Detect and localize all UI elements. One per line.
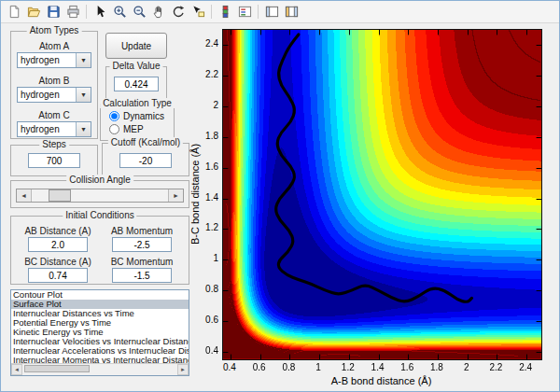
plot-list-item[interactable]: Internuclear Accelerations vs Internucle…: [11, 346, 189, 356]
x-tick-label: 1.6: [394, 362, 420, 372]
atom-a-label: Atom A: [11, 41, 97, 51]
ab-distance-input[interactable]: [28, 237, 88, 252]
collision-angle-title: Collision Angle: [66, 175, 133, 185]
show-plot-tools-icon: [285, 5, 299, 19]
x-tick-label: 2.2: [483, 362, 509, 372]
scroll-right-arrow-icon[interactable]: ►: [177, 364, 189, 375]
plot-list-item[interactable]: Contour Plot: [11, 290, 189, 300]
ab-distance-label: AB Distance (A): [19, 226, 97, 236]
plot-list-item[interactable]: Internuclear Velocities vs Internuclear …: [11, 337, 189, 346]
x-tick-label: 1.8: [424, 362, 450, 372]
bc-momentum-input[interactable]: [112, 268, 172, 283]
atom-c-value: hydrogen: [18, 122, 76, 136]
pan-button[interactable]: [149, 3, 168, 21]
ab-momentum-label: AB Momentum: [103, 226, 181, 236]
scrollbar-track[interactable]: [22, 364, 177, 375]
dynamics-radio[interactable]: [109, 111, 119, 121]
plot-type-listbox[interactable]: Contour PlotSurface PlotInternuclear Dis…: [10, 289, 189, 376]
bc-distance-input[interactable]: [28, 268, 88, 283]
y-tick-label: 1.2: [200, 222, 218, 232]
pointer-button[interactable]: [91, 3, 109, 21]
scroll-left-arrow-icon[interactable]: ◄: [11, 364, 22, 375]
chevron-down-icon[interactable]: ▼: [76, 53, 91, 67]
slider-right-arrow-icon[interactable]: ►: [168, 189, 183, 202]
plot-list-item[interactable]: Internuclear Distances vs Time: [11, 309, 189, 318]
mep-radio-label: MEP: [123, 124, 144, 134]
plot-list-item[interactable]: Kinetic Energy vs Time: [11, 328, 189, 337]
mep-radio[interactable]: [109, 124, 119, 134]
rotate-3d-icon: [172, 5, 186, 19]
insert-colorbar-button[interactable]: [216, 3, 234, 21]
x-axis-label: A-B bond distance (Å): [222, 375, 540, 386]
y-tick-label: 0.4: [200, 345, 218, 356]
show-plot-tools-button[interactable]: [282, 3, 301, 21]
zoom-in-icon: [113, 5, 127, 19]
collision-angle-panel: Collision Angle ◄ ►: [10, 180, 189, 208]
toolbar-separator: [258, 5, 259, 19]
contour-plot-canvas[interactable]: [223, 30, 541, 359]
scrollbar-thumb[interactable]: [24, 365, 90, 372]
x-tick-label: 2: [454, 362, 480, 372]
toolbar-separator: [86, 5, 87, 19]
plot-list-item[interactable]: Potential Energy vs Time: [11, 318, 189, 328]
toolbar-separator: [211, 5, 212, 19]
hide-plot-tools-button[interactable]: [262, 3, 281, 21]
toolbar: [1, 1, 559, 23]
data-cursor-button[interactable]: [189, 3, 207, 21]
atom-a-select[interactable]: hydrogen ▼: [17, 52, 91, 68]
delta-value-input[interactable]: [114, 77, 159, 91]
atom-c-label: Atom C: [11, 110, 97, 120]
dynamics-radio-option[interactable]: Dynamics: [109, 111, 174, 121]
steps-input[interactable]: [28, 153, 80, 168]
insert-legend-icon: [238, 5, 252, 19]
x-tick-label: 1.4: [365, 362, 391, 372]
slider-left-arrow-icon[interactable]: ◄: [17, 189, 32, 202]
y-tick-label: 0.6: [200, 315, 218, 325]
atom-b-value: hydrogen: [18, 88, 76, 102]
bc-momentum-label: BC Momentum: [103, 257, 181, 267]
hide-plot-tools-icon: [265, 5, 279, 19]
zoom-out-icon: [133, 5, 147, 19]
atom-b-select[interactable]: hydrogen ▼: [17, 87, 91, 103]
dynamics-radio-label: Dynamics: [123, 111, 164, 121]
calculation-type-panel: Calculation Type Dynamics MEP: [100, 104, 175, 141]
y-tick-label: 1.4: [200, 192, 218, 203]
print-figure-button[interactable]: [63, 3, 82, 21]
collision-angle-slider[interactable]: ◄ ►: [16, 189, 184, 203]
insert-legend-button[interactable]: [235, 3, 254, 21]
x-tick-label: 0.4: [217, 362, 243, 372]
pointer-icon: [93, 5, 107, 19]
atom-types-panel: Atom Types Atom A hydrogen ▼ Atom B hydr…: [10, 31, 98, 139]
update-button[interactable]: Update: [105, 33, 167, 59]
slider-thumb[interactable]: [49, 189, 71, 202]
rotate-3d-button[interactable]: [169, 3, 188, 21]
delta-value-panel: Delta Value: [105, 66, 167, 100]
open-file-icon: [27, 5, 41, 19]
initial-conditions-panel: Initial Conditions AB Distance (A) AB Mo…: [10, 216, 189, 285]
cutoff-input[interactable]: [119, 153, 172, 168]
insert-colorbar-icon: [218, 5, 232, 19]
initial-conditions-title: Initial Conditions: [63, 210, 136, 220]
zoom-out-button[interactable]: [130, 3, 148, 21]
x-tick-label: 0.8: [275, 362, 301, 372]
atom-b-label: Atom B: [11, 76, 97, 86]
slider-track[interactable]: [32, 189, 168, 202]
zoom-in-button[interactable]: [110, 3, 129, 21]
print-figure-icon: [66, 5, 80, 19]
contour-plot-axes: [222, 29, 542, 360]
y-tick-label: 0.8: [200, 284, 218, 294]
ab-momentum-input[interactable]: [112, 237, 172, 252]
chevron-down-icon[interactable]: ▼: [76, 122, 91, 136]
y-tick-label: 2.4: [200, 38, 218, 49]
x-tick-label: 1: [305, 362, 331, 372]
open-file-button[interactable]: [24, 3, 43, 21]
save-figure-button[interactable]: [44, 3, 63, 21]
plot-list-item[interactable]: Surface Plot: [11, 300, 189, 309]
atom-c-select[interactable]: hydrogen ▼: [17, 121, 91, 137]
steps-panel: Steps: [10, 145, 98, 176]
mep-radio-option[interactable]: MEP: [109, 124, 174, 134]
listbox-horizontal-scrollbar[interactable]: ◄ ►: [11, 363, 189, 375]
y-tick-label: 2.2: [200, 69, 218, 79]
new-figure-button[interactable]: [5, 3, 23, 21]
chevron-down-icon[interactable]: ▼: [76, 88, 91, 102]
